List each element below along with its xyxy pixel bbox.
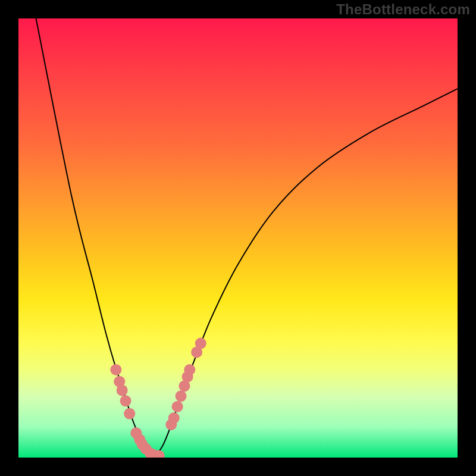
data-marker [172, 401, 183, 412]
data-marker [195, 338, 206, 349]
bottleneck-curve-right [155, 89, 458, 458]
data-marker [124, 408, 135, 419]
curve-svg [18, 18, 458, 458]
data-marker [168, 412, 180, 424]
data-marker [110, 364, 121, 375]
curve-markers [110, 338, 206, 458]
data-marker [184, 364, 195, 375]
bottleneck-curve-left [36, 18, 155, 458]
data-marker [176, 390, 187, 402]
data-marker [117, 385, 128, 396]
watermark-label: TheBottleneck.com [336, 1, 470, 18]
plot-area [18, 18, 458, 458]
data-marker [120, 395, 131, 406]
chart-frame: TheBottleneck.com [0, 0, 476, 476]
